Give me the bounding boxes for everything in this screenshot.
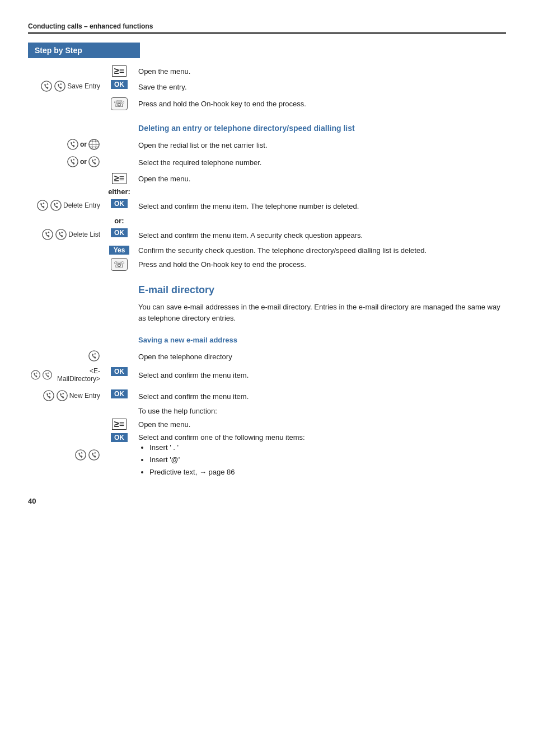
table-row: or Open the redial list or the net carri… [28, 137, 506, 154]
phone-nav-icon-1 [36, 199, 49, 212]
step-label: New Entry [69, 392, 100, 400]
hook-icon[interactable]: ☏ [111, 97, 128, 110]
icon-cell: <E-MailDirectory> [28, 365, 102, 384]
menu-icon-3[interactable]: ≥≡ [112, 419, 127, 430]
text-cell: Open the redial list or the net carrier … [136, 137, 506, 154]
icon-cell [28, 215, 102, 227]
ok-badge[interactable]: OK [111, 433, 128, 442]
table-row: Save Entry OK Save the entry. [28, 78, 506, 96]
text-cell: Select and confirm the menu item. [136, 388, 506, 405]
mid-cell [102, 328, 136, 348]
icon-cell [28, 244, 102, 256]
text-cell: Open the menu. [136, 64, 506, 78]
mid-cell: OK [102, 198, 136, 210]
step-text: Press and hold the On-hook key to end th… [138, 100, 306, 108]
icon-cell: Delete List [28, 227, 102, 244]
mid-cell [102, 116, 136, 137]
phone-nav-icon [67, 138, 79, 151]
mid-cell: either: [102, 186, 136, 198]
phone-nav-icon-2 [50, 199, 62, 212]
icon-cell [28, 96, 102, 112]
text-cell: Open the telephone directory [136, 348, 506, 365]
step-text: Select and confirm the menu item. The te… [138, 202, 359, 210]
table-row: ☏ Press and hold the On-hook key to end … [28, 96, 506, 112]
list-item: Predictive text, → page 86 [149, 466, 504, 478]
ok-badge[interactable]: OK [111, 389, 128, 398]
menu-icon[interactable]: ≥≡ [112, 65, 127, 77]
icons-group: or [67, 156, 100, 168]
phone-nav-icon-2 [42, 369, 53, 381]
text-cell [136, 186, 506, 198]
icons-group: New Entry [43, 389, 100, 402]
icon-cell [28, 277, 102, 300]
table-row: ☏ Press and hold the On-hook key to end … [28, 256, 506, 273]
email-body-text: You can save e-mail addresses in the e-m… [138, 302, 504, 323]
step-text: To use the help function: [138, 407, 217, 415]
phone-nav-icon-1 [30, 369, 41, 381]
text-cell: You can save e-mail addresses in the e-m… [136, 300, 506, 328]
step-text: Save the entry. [138, 83, 186, 91]
mid-cell [102, 277, 136, 300]
phone-nav-icon-1 [41, 228, 54, 241]
table-row: ≥≡ Open the menu. [28, 64, 506, 78]
hook-icon-2[interactable]: ☏ [111, 258, 128, 271]
email-sub-heading: Saving a new e-mail address [138, 336, 504, 344]
icon-cell [28, 256, 102, 273]
menu-icon[interactable]: ≥≡ [112, 173, 127, 184]
ok-badge[interactable]: OK [111, 228, 128, 237]
yes-badge[interactable]: Yes [109, 246, 130, 255]
step-text: Select and confirm the menu item. A secu… [138, 231, 363, 240]
mid-cell: or: [102, 215, 136, 227]
text-cell: Deleting an entry or telephone directory… [136, 116, 506, 137]
icon-cell [28, 328, 102, 348]
text-cell: Save the entry. [136, 78, 506, 96]
mid-cell: OK [102, 431, 136, 444]
table-row: Open the telephone directory [28, 348, 506, 365]
mid-cell: OK [102, 78, 136, 91]
bullet-intro: Select and confirm one of the following … [138, 433, 504, 442]
table-row: To use the help function: [28, 405, 506, 417]
table-row: E-mail directory [28, 277, 506, 300]
mid-cell: ≥≡ [102, 64, 136, 78]
text-cell: E-mail directory [136, 277, 506, 300]
icon-cell [28, 116, 102, 137]
mid-cell [102, 154, 136, 171]
text-cell: Press and hold the On-hook key to end th… [136, 256, 506, 273]
ok-badge[interactable]: OK [111, 367, 128, 376]
table-row: OK Select and confirm one of the followi… [28, 431, 506, 480]
ok-badge[interactable]: OK [111, 80, 128, 89]
icons-group [88, 350, 100, 362]
table-row: ≥≡ Open the menu. [28, 171, 506, 186]
phone-nav-icon-2 [88, 156, 100, 168]
step-text: Confirm the security check question. The… [138, 246, 427, 255]
main-steps-table: ≥≡ Open the menu. Save Entry OK Save the… [28, 64, 506, 480]
mid-cell: OK [102, 227, 136, 239]
step-text: Press and hold the On-hook key to end th… [138, 260, 306, 269]
phone-nav-icon-1 [67, 156, 79, 168]
page-header: Conducting calls – enhanced functions [28, 22, 506, 34]
step-label: Save Entry [67, 82, 100, 90]
either-label: either: [108, 187, 130, 196]
step-label: Delete Entry [63, 201, 100, 209]
mid-cell [102, 137, 136, 154]
text-cell: Open the menu. [136, 171, 506, 186]
mid-cell: ☏ [102, 96, 136, 112]
phone-nav-icon-1 [40, 80, 53, 92]
mid-cell: OK [102, 365, 136, 378]
icon-cell [28, 405, 102, 417]
icon-cell [28, 348, 102, 365]
icon-cell [28, 64, 102, 78]
icon-cell: Delete Entry [28, 198, 102, 215]
step-text: Select and confirm the menu item. [138, 371, 249, 379]
text-cell: To use the help function: [136, 405, 506, 417]
phone-nav-icon-2 [56, 389, 68, 402]
page-number: 40 [28, 497, 506, 505]
step-by-step-label: Step by Step [28, 43, 140, 58]
or-label: or: [114, 217, 124, 225]
list-item: Insert ' . ' [149, 442, 504, 454]
icons-group: or [67, 138, 100, 151]
table-row: Saving a new e-mail address [28, 328, 506, 348]
icon-cell [28, 171, 102, 186]
ok-badge[interactable]: OK [111, 199, 128, 208]
icon-cell [28, 431, 102, 480]
